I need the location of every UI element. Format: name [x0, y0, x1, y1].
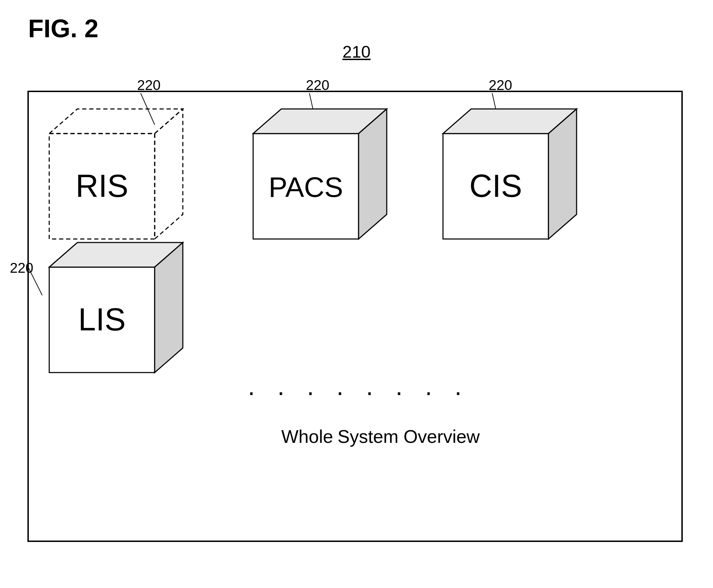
ref-220-ris: 220	[137, 77, 161, 93]
ref-220-lis: 220	[10, 260, 33, 276]
figure-title: FIG. 2	[28, 14, 98, 43]
ref-210: 210	[342, 42, 371, 62]
svg-rect-9	[253, 134, 359, 239]
svg-marker-10	[253, 109, 387, 134]
svg-text:· · · · · · · ·: · · · · · · · ·	[248, 378, 469, 406]
ref-220-cis: 220	[489, 77, 512, 93]
svg-marker-11	[359, 109, 387, 239]
svg-marker-14	[443, 109, 577, 134]
ref-220-pacs: 220	[306, 77, 329, 93]
svg-text:System Overview: System Overview	[338, 426, 480, 447]
page: FIG. 2 210 220 220 220 220 RIS	[0, 0, 713, 588]
svg-line-3	[492, 93, 499, 125]
svg-text:LIS: LIS	[78, 302, 126, 337]
svg-marker-7	[155, 109, 183, 239]
svg-rect-17	[49, 267, 155, 373]
svg-line-1	[141, 93, 155, 125]
svg-marker-15	[548, 109, 577, 239]
svg-text:RIS: RIS	[76, 168, 128, 203]
svg-rect-0	[28, 91, 682, 541]
svg-text:PACS: PACS	[269, 172, 343, 203]
svg-marker-6	[49, 109, 183, 134]
svg-line-2	[309, 93, 316, 125]
svg-rect-5	[49, 134, 155, 239]
svg-rect-13	[443, 134, 548, 239]
diagram-svg: RIS PACS CIS LIS · · · · · · · · Whole S…	[0, 0, 713, 588]
svg-marker-19	[155, 243, 183, 373]
svg-text:Whole: Whole	[281, 426, 333, 447]
svg-marker-18	[49, 243, 183, 267]
svg-text:CIS: CIS	[469, 168, 522, 203]
